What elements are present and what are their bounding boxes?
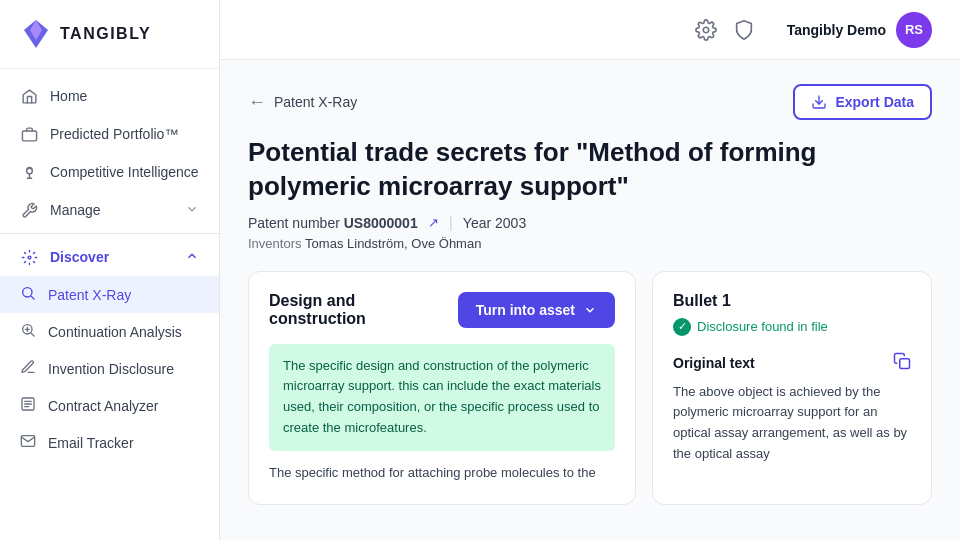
wrench-icon	[20, 201, 38, 219]
svg-point-4	[28, 256, 31, 259]
sidebar-item-predicted-portfolio[interactable]: Predicted Portfolio™	[0, 115, 219, 153]
analysis-icon	[20, 322, 36, 341]
briefcase-icon	[20, 125, 38, 143]
home-icon	[20, 87, 38, 105]
svg-line-8	[31, 333, 34, 336]
breadcrumb: ← Patent X-Ray Export Data	[248, 84, 932, 120]
check-circle-icon: ✓	[673, 318, 691, 336]
original-text-body: The above object is achieved by the poly…	[673, 382, 911, 465]
sidebar-item-continuation-analysis[interactable]: Continuation Analysis	[0, 313, 219, 350]
header-icon-group	[695, 19, 755, 41]
logo-text: TANGIBLY	[60, 25, 151, 43]
export-data-label: Export Data	[835, 94, 914, 110]
patent-meta: Patent number US8000001 ↗ | Year 2003	[248, 214, 932, 232]
sidebar-item-manage[interactable]: Manage	[0, 191, 219, 229]
bullet-title: Bullet 1	[673, 292, 911, 310]
card-normal-text: The specific method for attaching probe …	[269, 463, 615, 484]
breadcrumb-label: Patent X-Ray	[274, 94, 357, 110]
export-button-wrapper: Export Data	[793, 84, 932, 120]
copy-icon[interactable]	[893, 352, 911, 374]
bullet-card: Bullet 1 ✓ Disclosure found in file Orig…	[652, 271, 932, 505]
page-content: ← Patent X-Ray Export Data Potential tra…	[220, 60, 960, 540]
sidebar-item-patent-xray[interactable]: Patent X-Ray	[0, 276, 219, 313]
sidebar-item-patent-xray-label: Patent X-Ray	[48, 287, 131, 303]
sidebar-item-invention-disclosure-label: Invention Disclosure	[48, 361, 174, 377]
sidebar-item-home[interactable]: Home	[0, 77, 219, 115]
sidebar-navigation: Home Predicted Portfolio™ Competitive In…	[0, 69, 219, 540]
patent-number-label: Patent number US8000001	[248, 215, 418, 231]
patent-external-link-icon[interactable]: ↗	[428, 215, 439, 230]
disclosure-badge: ✓ Disclosure found in file	[673, 318, 911, 336]
sidebar-item-predicted-portfolio-label: Predicted Portfolio™	[50, 126, 178, 142]
meta-divider: |	[449, 214, 453, 232]
sidebar-item-competitive-intelligence-label: Competitive Intelligence	[50, 164, 199, 180]
svg-rect-2	[22, 130, 36, 140]
user-name: Tangibly Demo	[787, 22, 886, 38]
page-title: Potential trade secrets for "Method of f…	[248, 136, 932, 204]
search-icon	[20, 285, 36, 304]
sidebar-item-continuation-analysis-label: Continuation Analysis	[48, 324, 182, 340]
settings-icon-button[interactable]	[695, 19, 717, 41]
svg-point-13	[703, 27, 709, 33]
shield-icon-button[interactable]	[733, 19, 755, 41]
patent-year: Year 2003	[463, 215, 526, 231]
svg-line-6	[31, 296, 34, 299]
sidebar: TANGIBLY Home Predicted Portfolio™ Compe…	[0, 0, 220, 540]
sidebar-item-manage-label: Manage	[50, 202, 101, 218]
card-title: Design and construction	[269, 292, 366, 328]
logo-icon	[20, 18, 52, 50]
disclosure-label: Disclosure found in file	[697, 319, 828, 334]
turn-into-asset-button[interactable]: Turn into asset	[458, 292, 615, 328]
original-text-label: Original text	[673, 355, 755, 371]
original-text-header: Original text	[673, 352, 911, 374]
header: Tangibly Demo RS	[220, 0, 960, 60]
sidebar-item-home-label: Home	[50, 88, 87, 104]
chevron-up-icon	[185, 249, 199, 266]
main-content: Tangibly Demo RS ← Patent X-Ray Export D…	[220, 0, 960, 540]
user-info: Tangibly Demo RS	[787, 12, 932, 48]
card-highlight-text: The specific design and construction of …	[269, 344, 615, 451]
back-button[interactable]: ←	[248, 92, 266, 113]
cards-row: Design and construction Turn into asset …	[248, 271, 932, 505]
pen-icon	[20, 359, 36, 378]
email-icon	[20, 433, 36, 452]
patent-inventors: Inventors Tomas Lindström, Ove Öhman	[248, 236, 932, 251]
sidebar-item-discover[interactable]: Discover	[0, 238, 219, 276]
contract-icon	[20, 396, 36, 415]
card-header: Design and construction Turn into asset	[269, 292, 615, 328]
chevron-down-icon	[185, 202, 199, 219]
sidebar-item-invention-disclosure[interactable]: Invention Disclosure	[0, 350, 219, 387]
svg-point-5	[23, 288, 32, 297]
sidebar-item-discover-label: Discover	[50, 249, 109, 265]
svg-rect-15	[900, 358, 910, 368]
design-construction-card: Design and construction Turn into asset …	[248, 271, 636, 505]
bulb-icon	[20, 163, 38, 181]
sidebar-item-email-tracker[interactable]: Email Tracker	[0, 424, 219, 461]
sidebar-item-contract-analyzer-label: Contract Analyzer	[48, 398, 159, 414]
logo: TANGIBLY	[0, 0, 219, 69]
sidebar-item-email-tracker-label: Email Tracker	[48, 435, 134, 451]
nav-divider	[0, 233, 219, 234]
sidebar-item-contract-analyzer[interactable]: Contract Analyzer	[0, 387, 219, 424]
discover-icon	[20, 248, 38, 266]
avatar[interactable]: RS	[896, 12, 932, 48]
sidebar-item-competitive-intelligence[interactable]: Competitive Intelligence	[0, 153, 219, 191]
export-data-button[interactable]: Export Data	[793, 84, 932, 120]
